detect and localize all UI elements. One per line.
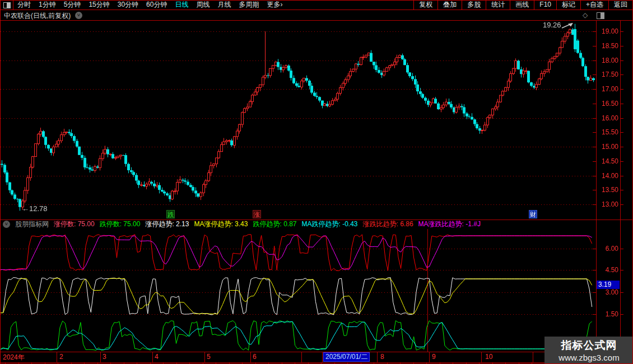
chart-title: 中农联合(日线,前复权) [4,11,71,21]
watermark: 指标公式网 www.zbgs3.com [544,337,633,364]
period-tab[interactable]: 月线 [213,1,235,10]
axis-tick [621,270,623,270]
time-axis-separator [250,352,251,362]
period-tab[interactable]: 更多› [263,1,286,10]
axis-tick [621,161,623,162]
axis-tick [593,60,597,61]
indicator-axis-label: 4.50 [598,266,618,274]
axis-tick [621,104,623,104]
indicator-field: MA涨停趋势: 3.43 [194,220,248,229]
period-tab[interactable]: 1分钟 [35,1,60,10]
split-glyph [3,2,11,8]
action-button[interactable]: +自选 [580,1,608,10]
price-axis-line [596,20,597,362]
action-button[interactable]: 复权 [413,1,437,10]
event-badge: 跌 [166,210,175,218]
action-button[interactable]: 统计 [486,1,510,10]
action-button[interactable]: F10 [534,1,556,10]
period-tab[interactable]: 周线 [192,1,213,10]
action-button[interactable]: 画线 [510,1,534,10]
axis-tick [593,46,597,46]
action-button[interactable]: 叠加 [437,1,462,10]
period-tab[interactable]: 30分钟 [114,1,142,10]
axis-tick [621,292,623,293]
time-axis-separator [204,352,205,362]
high-arrow-icon [561,21,575,29]
indicator-axis-label: 3.00 [598,288,618,296]
price-axis-label: 17.50 [598,71,618,78]
axis-tick [593,74,597,75]
period-tab[interactable]: 15分钟 [85,1,113,10]
indicator-header: ˅ 股朋指标网 涨停数: 75.00跌停数: 75.00涨停趋势: 2.13MA… [3,220,481,228]
axis-tick [621,190,623,190]
split-panel-icon[interactable] [597,12,604,19]
time-axis-label: 8 [380,353,384,361]
time-axis-label: 6 [253,353,257,361]
window-split-icon[interactable] [1,1,13,10]
axis-tick [593,249,597,249]
axis-tick [593,161,597,162]
price-axis-label: 18.00 [598,57,618,64]
axis-tick [621,314,623,315]
price-axis-label: 16.00 [598,114,618,122]
indicator-axis-label: 1.50 [598,310,618,318]
chevron-down-icon[interactable]: ˅ [75,12,82,19]
high-price-annotation: 19.26 [543,21,561,29]
axis-tick [621,31,623,32]
price-axis-label: 17.00 [598,85,618,93]
title-bar: 中农联合(日线,前复权) ˅ ◇ [1,10,632,20]
price-axis-label: 15.50 [598,128,618,136]
period-tab[interactable]: 日线 [171,1,192,10]
action-button[interactable]: 多股 [462,1,486,10]
time-axis-separator [429,352,430,362]
period-tab[interactable]: 多周期 [235,1,263,10]
time-axis-separator [301,352,302,362]
event-badge: 涨 [253,210,261,218]
time-axis-separator [377,352,378,362]
axis-tick [621,204,623,205]
axis-tick [621,176,623,176]
axis-tick [593,176,597,176]
action-button[interactable]: 标记 [556,1,580,10]
action-button[interactable]: 返回 [608,1,632,10]
price-axis-label: 18.50 [598,42,618,50]
price-axis-label: 16.50 [598,100,618,108]
time-axis-label: 3 [103,353,106,361]
time-axis-label: 9 [432,353,436,361]
right-strip-line [620,20,621,362]
axis-tick [621,46,623,46]
axis-tick [621,60,623,61]
chevron-down-icon[interactable]: ˅ [3,221,10,228]
indicator-pane[interactable] [1,229,596,352]
time-axis-label: 5 [207,353,211,361]
price-axis-label: 19.00 [598,27,618,35]
period-tab[interactable]: 5分钟 [60,1,85,10]
price-axis-label: 14.50 [598,157,618,165]
axis-tick [593,190,597,190]
axis-tick [621,74,623,75]
diamond-icon[interactable]: ◇ [583,11,588,19]
period-tab[interactable]: 60分钟 [142,1,171,10]
axis-tick [593,89,597,90]
axis-tick [593,147,597,147]
axis-tick [621,249,623,249]
indicator-axis-label: 6.00 [598,245,618,253]
axis-tick [593,132,597,133]
watermark-url: www.zbgs3.com [544,353,633,362]
indicator-field: MA涨跌比趋势: -1.#J [418,220,481,229]
period-tab[interactable]: 分时 [13,1,35,10]
time-axis-label: 2024年 [3,353,25,362]
time-axis-separator [152,352,153,362]
indicator-axis-divider [1,352,633,352]
indicator-value-marker: 3.19 [597,281,620,289]
axis-tick [593,292,597,293]
selected-date-label: 2025/07/01/二 [323,352,370,362]
action-menu: 复权叠加多股统计画线F10标记+自选返回 [413,1,632,10]
axis-tick [593,314,597,315]
low-price-annotation: ←12.78 [22,204,48,213]
watermark-title: 指标公式网 [544,338,633,353]
time-axis-label: 10 [485,353,492,361]
candlestick-chart[interactable] [1,20,596,220]
time-axis-separator [533,352,533,362]
indicator-field: 涨停趋势: 2.13 [145,220,189,229]
